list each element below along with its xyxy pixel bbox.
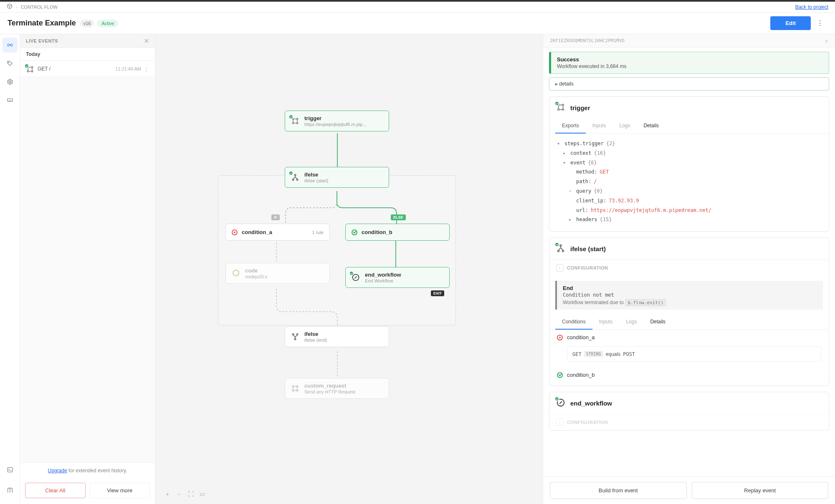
ifelse-tabs: Conditions Inputs Logs Details [549, 315, 829, 330]
clear-all-button[interactable]: Clear All [25, 483, 86, 498]
svg-point-7 [27, 71, 28, 72]
svg-rect-3 [8, 99, 13, 102]
details-accordion[interactable]: details [549, 77, 829, 91]
rail-keyboard-icon[interactable] [3, 93, 18, 108]
breadcrumb-bar: › CONTROL FLOW Back to project [0, 2, 835, 13]
svg-point-8 [31, 71, 33, 72]
svg-point-6 [31, 66, 33, 68]
exit-chip: EXIT [431, 290, 444, 296]
node-meta: 1 rule [312, 230, 324, 235]
tab-details[interactable]: Details [637, 118, 665, 134]
event-row[interactable]: GET / 11:21:49 AM ⋮ [20, 61, 155, 77]
svg-point-30 [558, 109, 559, 111]
node-subtitle: Send any HTTP Request [304, 389, 355, 394]
check-badge-icon [24, 63, 29, 68]
ifelse-container [218, 175, 456, 325]
workflow-canvas[interactable]: IF ELSE EXIT trigger https://eopwpvjtejq… [155, 34, 543, 504]
tab-exports[interactable]: Exports [555, 118, 586, 134]
events-panel: LIVE EVENTS ✕ Today GET / 11:21:49 AM ⋮ … [20, 34, 155, 504]
node-title: end_workflow [365, 272, 401, 278]
svg-point-31 [562, 109, 564, 111]
node-custom-request[interactable]: custom_request Send any HTTP Request [285, 378, 389, 399]
zoom-in-icon[interactable]: ＋ [164, 491, 170, 498]
node-title: trigger [304, 115, 367, 121]
left-rail [0, 34, 20, 504]
events-today-label: Today [20, 48, 155, 61]
svg-point-25 [296, 386, 298, 387]
rail-tag-icon[interactable] [3, 56, 18, 71]
events-panel-title: LIVE EVENTS [26, 38, 58, 43]
node-end-workflow[interactable]: end_workflow End Workflow [345, 267, 450, 288]
branch-icon [290, 172, 300, 182]
node-ifelse-end[interactable]: ifelse ifelse (end) [285, 326, 389, 347]
node-subtitle: https://eopwpvjtejqtuf6.m.pip... [304, 122, 367, 127]
check-badge-icon [554, 101, 559, 106]
rail-terminal-icon[interactable] [3, 462, 18, 477]
node-title: condition_a [242, 229, 272, 235]
svg-point-18 [292, 179, 294, 180]
node-condition-a[interactable]: condition_a 1 rule [225, 224, 330, 241]
node-trigger[interactable]: trigger https://eopwpvjtejqtuf6.m.pip... [285, 111, 389, 131]
if-chip: IF [271, 214, 280, 220]
execution-id: 2KF1EZRODQMDN7SL1HHC2PM1MVD [550, 38, 625, 43]
event-time: 11:21:49 AM [115, 66, 141, 71]
more-button[interactable]: ⋮ [812, 16, 827, 30]
rail-live-events-icon[interactable] [3, 38, 18, 53]
step-card-trigger: trigger Exports Inputs Logs Details ▾ste… [549, 96, 829, 232]
details-close-icon[interactable]: ✕ [825, 38, 828, 44]
breadcrumb-sep: › [16, 5, 18, 10]
upgrade-link[interactable]: Upgrade [48, 468, 67, 474]
step-title: trigger [570, 104, 590, 111]
details-footer: Build from event Replay event [543, 476, 835, 504]
step-card-end-workflow: end_workflow › CONFIGURATION [549, 392, 829, 431]
branch-icon [556, 244, 566, 254]
exports-tree[interactable]: ▾steps.trigger {2} ▸context {16} ▾event … [549, 134, 829, 231]
cube-icon [7, 3, 13, 10]
rail-docs-icon[interactable] [3, 483, 18, 498]
exit-icon [351, 272, 361, 282]
fit-icon[interactable]: ⛶ [188, 491, 194, 498]
svg-point-29 [562, 104, 564, 106]
replay-event-button[interactable]: Replay event [692, 482, 829, 499]
node-code[interactable]: code nodejs20.x [225, 263, 330, 284]
tab-conditions[interactable]: Conditions [555, 315, 592, 330]
build-from-event-button[interactable]: Build from event [550, 482, 687, 499]
tab-inputs[interactable]: Inputs [586, 118, 613, 134]
node-title: code [245, 267, 267, 274]
node-subtitle: nodejs20.x [245, 274, 267, 279]
tab-logs[interactable]: Logs [612, 118, 637, 134]
else-chip: ELSE [391, 214, 406, 220]
check-badge-icon [288, 171, 294, 176]
zoom-out-icon[interactable]: － [176, 491, 182, 498]
canvas-toolbar: ＋ － ⛶ ▭ [164, 491, 205, 498]
back-to-project-link[interactable]: Back to project [795, 4, 828, 10]
svg-point-24 [292, 386, 294, 387]
edit-button[interactable]: Edit [770, 16, 811, 30]
events-close-icon[interactable]: ✕ [144, 38, 149, 44]
condition-b-item[interactable]: condition_b [549, 368, 829, 386]
node-condition-b[interactable]: condition_b [345, 224, 450, 241]
svg-point-23 [294, 338, 296, 340]
tab-inputs[interactable]: Inputs [592, 315, 620, 330]
node-ifelse-start[interactable]: ifelse ifelse (start) [285, 167, 389, 188]
breadcrumb-section[interactable]: CONTROL FLOW [21, 5, 58, 10]
tab-details[interactable]: Details [643, 315, 672, 330]
condition-a-item[interactable]: condition_a [549, 330, 829, 345]
check-badge-icon [349, 271, 354, 276]
configuration-row[interactable]: › CONFIGURATION [549, 260, 829, 276]
rail-settings-icon[interactable] [3, 74, 18, 89]
tab-logs[interactable]: Logs [619, 315, 643, 330]
svg-point-19 [296, 179, 298, 180]
svg-point-16 [296, 122, 298, 123]
minimap-icon[interactable]: ▭ [200, 491, 205, 498]
view-more-button[interactable]: View more [90, 483, 150, 498]
svg-point-0 [9, 45, 10, 46]
event-menu-icon[interactable]: ⋮ [144, 66, 149, 72]
svg-point-26 [292, 390, 294, 391]
svg-point-2 [9, 81, 11, 83]
configuration-row[interactable]: › CONFIGURATION [549, 414, 829, 430]
event-label: GET / [38, 66, 51, 72]
trigger-tabs: Exports Inputs Logs Details [549, 118, 829, 134]
http-icon [290, 116, 300, 126]
success-message: Workflow executed in 3,684 ms [557, 63, 823, 69]
